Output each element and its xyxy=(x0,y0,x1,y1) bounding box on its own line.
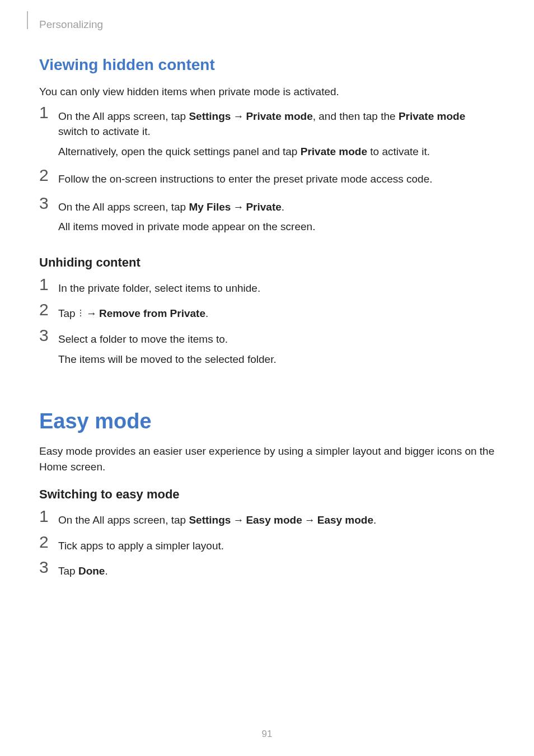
manual-page: Personalizing Viewing hidden content You… xyxy=(0,0,534,756)
text: switch to activate it. xyxy=(58,125,151,137)
bold-text: Easy mode xyxy=(317,514,373,526)
step-text: On the All apps screen, tap Settings→Eas… xyxy=(58,512,495,528)
step-3: 3 Select a folder to move the items to. … xyxy=(39,332,495,367)
step-3: 3 On the All apps screen, tap My Files→P… xyxy=(39,199,495,235)
bold-text: Settings xyxy=(189,110,231,122)
more-options-icon xyxy=(79,310,82,318)
text: Alternatively, open the quick settings p… xyxy=(58,146,301,157)
bold-text: Easy mode xyxy=(246,514,302,526)
step-3: 3 Tap Done. xyxy=(39,563,495,579)
text: . xyxy=(373,514,376,526)
section-title-viewing: Viewing hidden content xyxy=(39,54,495,77)
bold-text: Done xyxy=(78,565,105,577)
arrow-icon: → xyxy=(233,109,243,124)
step-subtext: Alternatively, open the quick settings p… xyxy=(58,144,495,160)
text: , and then tap the xyxy=(313,110,399,122)
intro-viewing: You can only view hidden items when priv… xyxy=(39,84,495,100)
text: Tap xyxy=(58,565,78,577)
text: On the All apps screen, tap xyxy=(58,110,189,122)
text: . xyxy=(105,565,107,577)
arrow-icon: → xyxy=(233,199,243,215)
step-text: On the All apps screen, tap Settings→Pri… xyxy=(58,109,495,139)
bold-text: Remove from Private xyxy=(99,307,205,319)
step-number: 3 xyxy=(39,327,55,344)
step-text: Tick apps to apply a simpler layout. xyxy=(58,538,495,554)
text: . xyxy=(205,307,208,319)
header-rule xyxy=(27,11,28,29)
arrow-icon: → xyxy=(305,512,315,528)
step-1: 1 On the All apps screen, tap Settings→P… xyxy=(39,109,495,160)
page-number: 91 xyxy=(0,727,534,741)
step-number: 1 xyxy=(39,276,55,293)
steps-unhiding: 1 In the private folder, select items to… xyxy=(39,281,495,367)
step-text: On the All apps screen, tap My Files→Pri… xyxy=(58,199,495,215)
text: to activate it. xyxy=(367,146,430,157)
arrow-icon: → xyxy=(233,512,243,528)
major-title-easy-mode: Easy mode xyxy=(39,406,495,437)
step-2: 2 Follow the on-screen instructions to e… xyxy=(39,171,495,187)
step-number: 2 xyxy=(39,167,55,184)
step-text: Follow the on-screen instructions to ent… xyxy=(58,171,495,187)
text: . xyxy=(282,201,284,213)
step-text: Tap Done. xyxy=(58,563,495,579)
text: On the All apps screen, tap xyxy=(58,514,189,526)
subsection-title-unhiding: Unhiding content xyxy=(39,254,495,272)
bold-text: Private mode xyxy=(399,110,465,122)
steps-viewing: 1 On the All apps screen, tap Settings→P… xyxy=(39,109,495,235)
bold-text: Private xyxy=(246,201,281,213)
step-text: In the private folder, select items to u… xyxy=(58,281,495,296)
bold-text: Settings xyxy=(189,514,231,526)
intro-easy-mode: Easy mode provides an easier user experi… xyxy=(39,444,495,474)
breadcrumb: Personalizing xyxy=(39,17,495,32)
subsection-title-switching: Switching to easy mode xyxy=(39,486,495,503)
step-subtext: All items moved in private mode appear o… xyxy=(58,219,495,235)
step-2: 2 Tick apps to apply a simpler layout. xyxy=(39,538,495,554)
step-2: 2 Tap →Remove from Private. xyxy=(39,306,495,321)
step-text: Tap →Remove from Private. xyxy=(58,306,495,321)
step-1: 1 In the private folder, select items to… xyxy=(39,281,495,296)
bold-text: Private mode xyxy=(301,146,367,157)
step-text: Select a folder to move the items to. xyxy=(58,332,495,347)
step-subtext: The items will be moved to the selected … xyxy=(58,352,495,367)
text: On the All apps screen, tap xyxy=(58,201,189,213)
step-number: 1 xyxy=(39,104,55,121)
steps-easy: 1 On the All apps screen, tap Settings→E… xyxy=(39,512,495,579)
text: Tap xyxy=(58,307,78,319)
step-number: 3 xyxy=(39,559,55,576)
step-number: 2 xyxy=(39,534,55,550)
step-number: 2 xyxy=(39,301,55,318)
bold-text: My Files xyxy=(189,201,231,213)
step-number: 1 xyxy=(39,508,55,525)
step-number: 3 xyxy=(39,195,55,212)
arrow-icon: → xyxy=(86,306,97,321)
bold-text: Private mode xyxy=(246,110,312,122)
step-1: 1 On the All apps screen, tap Settings→E… xyxy=(39,512,495,528)
